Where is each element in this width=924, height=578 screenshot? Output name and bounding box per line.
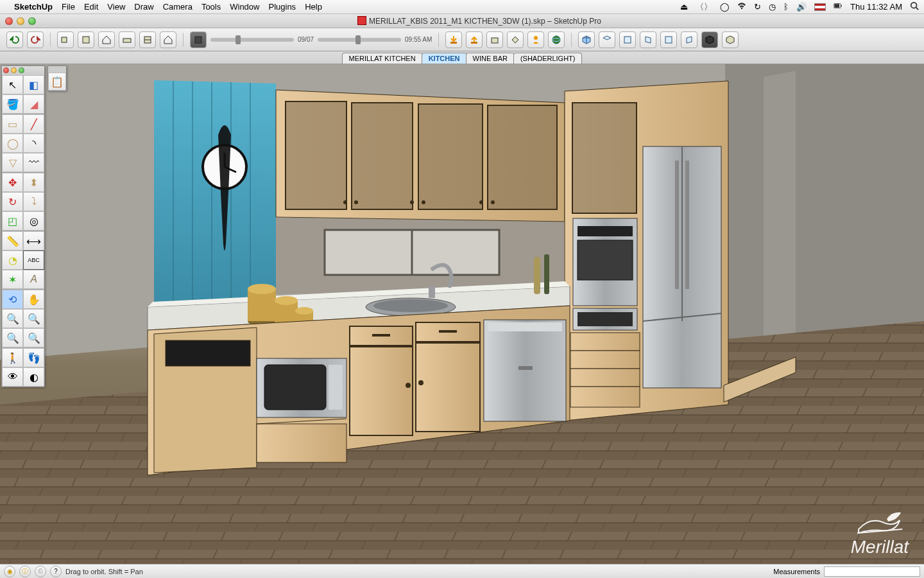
view-top-button[interactable]	[599, 31, 615, 48]
outliner-button[interactable]	[139, 31, 156, 48]
minimize-window-button[interactable]	[17, 17, 24, 25]
redo-button[interactable]	[27, 31, 44, 48]
view-right-button[interactable]	[640, 31, 656, 48]
layers-button[interactable]	[119, 31, 135, 48]
svg-point-44	[410, 200, 414, 204]
paint-large-button[interactable]	[507, 31, 524, 48]
select-tool[interactable]: ↖	[2, 75, 23, 94]
position-camera-tool[interactable]: 🚶	[2, 348, 23, 367]
wifi-icon[interactable]	[737, 1, 746, 12]
section-plane-tool[interactable]: ◐	[23, 367, 44, 387]
offset-tool[interactable]: ◎	[23, 211, 44, 231]
clock-icon[interactable]: ◷	[769, 2, 776, 12]
line-tool[interactable]: ╱	[23, 114, 44, 134]
svg-point-97	[406, 383, 411, 388]
shadow-time-slider[interactable]	[318, 38, 401, 42]
tool-palette[interactable]: ↖ ◧ 🪣 ◢ ▭ ╱ ◯ ◝ ▽ 〰 ✥ ⬍ ↻ ⤵ ◰ ◎ 📏 ⟷ ◔ AB…	[1, 66, 45, 387]
scene-tab-shaderlight[interactable]: (SHADERLIGHT)	[513, 53, 583, 64]
zoom-previous-tool[interactable]: 🔍	[2, 328, 23, 347]
orbit-tool[interactable]: ⟲	[2, 290, 23, 309]
menu-help[interactable]: Help	[305, 2, 322, 12]
svg-rect-55	[570, 333, 640, 351]
shadow-date-slider[interactable]	[210, 38, 294, 42]
menu-draw[interactable]: Draw	[134, 2, 153, 12]
followme-tool[interactable]: ⤵	[23, 192, 44, 211]
clock-text[interactable]: Thu 11:32 AM	[850, 2, 902, 12]
model-info-button[interactable]	[57, 31, 74, 48]
svg-marker-66	[276, 217, 565, 294]
style-button[interactable]	[722, 31, 739, 48]
component-button[interactable]	[78, 31, 94, 48]
person-button[interactable]	[527, 31, 544, 48]
timemachine-icon[interactable]: ◯	[720, 2, 730, 12]
menu-plugins[interactable]: Plugins	[268, 2, 296, 12]
tape-tool[interactable]: 📏	[2, 231, 23, 250]
axes-tool[interactable]: ✶	[2, 270, 23, 289]
move-tool[interactable]: ✥	[2, 173, 23, 192]
freehand-tool[interactable]: 〰	[23, 153, 44, 172]
house-button[interactable]	[98, 31, 115, 48]
view-front-button[interactable]	[619, 31, 636, 48]
3dtext-tool[interactable]: A	[23, 270, 44, 289]
svg-rect-56	[570, 351, 640, 369]
claim-status-icon[interactable]: ©	[35, 566, 46, 577]
bluetooth-icon[interactable]: ᛒ	[783, 2, 789, 12]
warehouse-get-button[interactable]	[445, 31, 462, 48]
rotate-tool[interactable]: ↻	[2, 192, 23, 211]
flag-icon[interactable]	[814, 3, 826, 11]
spotlight-icon[interactable]	[910, 1, 919, 12]
dynamic-components-palette[interactable]: 📋	[47, 66, 67, 91]
protractor-tool[interactable]: ◔	[2, 250, 23, 270]
text-tool[interactable]: ABC	[23, 250, 44, 270]
scene-tab-kitchen[interactable]: KITCHEN	[422, 53, 467, 64]
undo-button[interactable]	[6, 31, 23, 48]
menu-camera[interactable]: Camera	[163, 2, 193, 12]
menu-tools[interactable]: Tools	[201, 2, 221, 12]
dimension-tool[interactable]: ⟷	[23, 231, 44, 250]
arc-tool[interactable]: ◝	[23, 134, 44, 153]
viewport-3d[interactable]: Merillat	[0, 64, 924, 564]
scenes-button[interactable]	[160, 31, 176, 48]
component-tool[interactable]: ◧	[23, 75, 44, 94]
shadows-button[interactable]	[190, 31, 207, 48]
view-back-button[interactable]	[660, 31, 677, 48]
circle-tool[interactable]: ◯	[2, 134, 23, 153]
close-window-button[interactable]	[5, 17, 13, 25]
warehouse-share-button[interactable]	[466, 31, 483, 48]
scene-tab-merillat-kitchen[interactable]: MERILLAT KITCHEN	[342, 53, 423, 64]
sync-icon[interactable]: ↻	[754, 2, 761, 12]
menu-view[interactable]: View	[107, 2, 125, 12]
menu-window[interactable]: Window	[230, 2, 259, 12]
extension-button[interactable]	[486, 31, 503, 48]
look-around-tool[interactable]: 👁	[2, 367, 23, 387]
xray-button[interactable]	[701, 31, 718, 48]
zoom-tool[interactable]: 🔍	[2, 309, 23, 328]
credits-status-icon[interactable]: ⓘ	[19, 566, 31, 577]
rectangle-tool[interactable]: ▭	[2, 114, 23, 134]
zoom-extents-tool[interactable]: 🔍	[23, 328, 44, 347]
volume-icon[interactable]: 🔊	[796, 2, 807, 12]
help-status-icon[interactable]: ?	[50, 566, 62, 577]
code-icon[interactable]: 〈〉	[696, 1, 712, 13]
paint-bucket-tool[interactable]: 🪣	[2, 94, 23, 114]
dropbox-icon[interactable]: ⏏	[680, 2, 688, 12]
zoom-window-button[interactable]	[28, 17, 36, 25]
walk-tool[interactable]: 👣	[23, 348, 44, 367]
interact-tool[interactable]: 📋	[48, 73, 66, 91]
battery-icon[interactable]	[834, 1, 843, 12]
view-left-button[interactable]	[681, 31, 697, 48]
scene-tab-wine-bar[interactable]: WINE BAR	[466, 53, 515, 64]
view-iso-button[interactable]	[578, 31, 595, 48]
pushpull-tool[interactable]: ⬍	[23, 173, 44, 192]
eraser-tool[interactable]: ◢	[23, 94, 44, 114]
measurements-input[interactable]	[824, 566, 920, 577]
menu-file[interactable]: File	[62, 2, 75, 12]
pan-tool[interactable]: ✋	[23, 290, 44, 309]
scale-tool[interactable]: ◰	[2, 211, 23, 231]
geolocation-button[interactable]	[548, 31, 565, 48]
app-menu[interactable]: SketchUp	[14, 2, 53, 12]
menu-edit[interactable]: Edit	[84, 2, 98, 12]
geo-status-icon[interactable]: ◉	[4, 566, 15, 577]
polygon-tool[interactable]: ▽	[2, 153, 23, 172]
zoom-window-tool[interactable]: 🔍	[23, 309, 44, 328]
